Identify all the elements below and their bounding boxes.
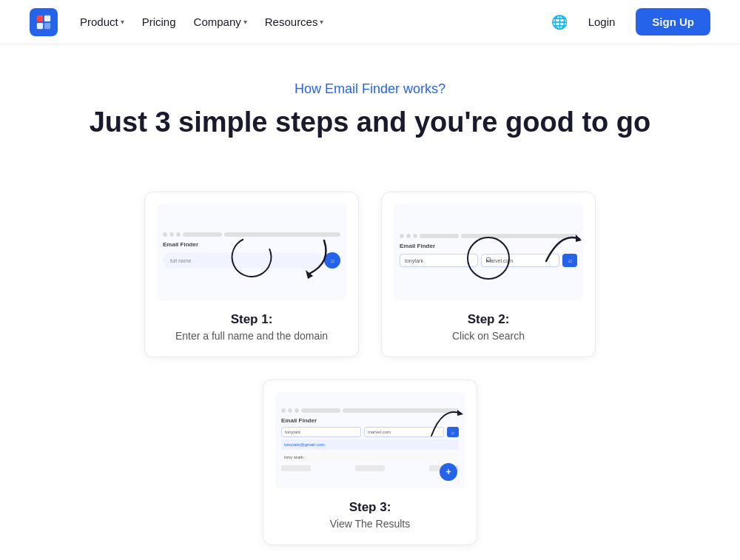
svg-rect-2 bbox=[37, 22, 43, 28]
step-1-title: Step 1: bbox=[157, 312, 346, 327]
step-card-2: Email Finder tonytark marvel.com ⌕ ⌕ bbox=[381, 192, 596, 357]
step-3-desc: View The Results bbox=[275, 518, 465, 530]
chevron-down-icon: ▾ bbox=[243, 18, 247, 26]
step-card-3: Email Finder tonytark marvel.com ⌕ tonyt… bbox=[263, 379, 477, 545]
hero-section: How Email Finder works? Just 3 simple st… bbox=[0, 44, 740, 162]
nav-item-pricing[interactable]: Pricing bbox=[135, 11, 184, 33]
hero-title: Just 3 simple steps and you're good to g… bbox=[15, 106, 725, 140]
step-2-title: Step 2: bbox=[394, 312, 583, 327]
nav-left: Product ▾ Pricing Company ▾ Resources ▾ bbox=[30, 8, 331, 36]
chevron-down-icon: ▾ bbox=[320, 18, 323, 26]
svg-rect-3 bbox=[44, 22, 50, 28]
step-2-desc: Click on Search bbox=[394, 330, 583, 342]
language-button[interactable]: 🌐 bbox=[551, 14, 568, 30]
svg-marker-6 bbox=[457, 410, 463, 416]
login-button[interactable]: Login bbox=[579, 11, 625, 33]
logo[interactable] bbox=[30, 8, 58, 36]
step-1-illustration: Email Finder full name ⌕ bbox=[157, 204, 346, 300]
signup-button[interactable]: Sign Up bbox=[636, 8, 710, 36]
steps-container: Email Finder full name ⌕ bbox=[0, 162, 740, 560]
nav-item-product[interactable]: Product ▾ bbox=[73, 11, 132, 33]
nav-links: Product ▾ Pricing Company ▾ Resources ▾ bbox=[73, 11, 331, 33]
chevron-down-icon: ▾ bbox=[121, 18, 124, 26]
hero-subtitle: How Email Finder works? bbox=[15, 81, 725, 97]
step-card-1: Email Finder full name ⌕ bbox=[144, 192, 359, 357]
nav-item-company[interactable]: Company ▾ bbox=[186, 11, 255, 33]
step-2-illustration: Email Finder tonytark marvel.com ⌕ ⌕ bbox=[394, 204, 583, 300]
svg-rect-1 bbox=[44, 15, 50, 21]
svg-rect-0 bbox=[37, 15, 43, 21]
step-1-desc: Enter a full name and the domain bbox=[157, 330, 346, 342]
step-3-illustration: Email Finder tonytark marvel.com ⌕ tonyt… bbox=[275, 392, 465, 488]
navigation: Product ▾ Pricing Company ▾ Resources ▾ … bbox=[0, 0, 740, 44]
step-3-title: Step 3: bbox=[275, 500, 465, 515]
step-3-info: Step 3: View The Results bbox=[275, 488, 465, 533]
step-1-info: Step 1: Enter a full name and the domain bbox=[157, 300, 346, 345]
nav-item-resources[interactable]: Resources ▾ bbox=[258, 11, 332, 33]
step-2-info: Step 2: Click on Search bbox=[394, 300, 583, 345]
svg-marker-5 bbox=[576, 235, 582, 242]
nav-right: 🌐 Login Sign Up bbox=[551, 8, 710, 36]
